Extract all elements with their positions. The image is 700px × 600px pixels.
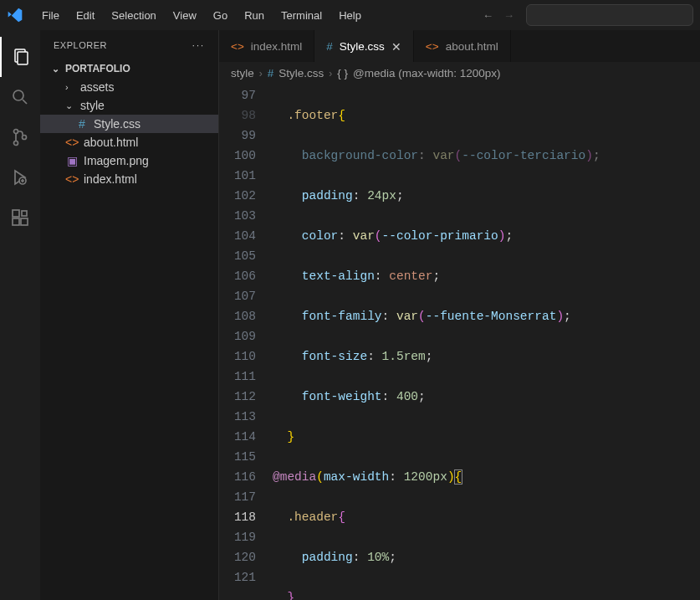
code-content[interactable]: .footer{ background-color: var(--color-t… [273,85,700,600]
svg-rect-1 [18,52,28,64]
svg-rect-11 [22,211,27,216]
file-about-html[interactable]: <> about.html [40,133,218,151]
menu-go[interactable]: Go [207,6,234,25]
file-index-html[interactable]: <> index.html [40,170,218,188]
activity-bar [0,30,40,600]
menu-run[interactable]: Run [238,6,271,25]
html-file-icon: <> [426,40,439,53]
menu-view[interactable]: View [166,6,203,25]
menu-file[interactable]: File [35,6,66,25]
titlebar: File Edit Selection View Go Run Terminal… [0,0,700,30]
line-gutter: 9798991001011021031041051061071081091101… [219,85,273,600]
breadcrumb-file[interactable]: Style.css [278,67,324,79]
chevron-right-icon: › [259,68,263,79]
command-center-search[interactable] [526,4,693,26]
source-control-icon[interactable] [0,117,40,157]
svg-rect-8 [13,210,19,217]
css-file-icon: # [75,117,89,131]
breadcrumbs[interactable]: style › # Style.css › { } @media (max-wi… [219,62,700,85]
extensions-icon[interactable] [0,197,40,238]
code-editor[interactable]: 9798991001011021031041051061071081091101… [219,85,700,600]
css-file-icon: # [326,40,333,53]
tab-about-html[interactable]: <> about.html [414,30,511,62]
chevron-down-icon: ⌄ [52,64,62,74]
html-file-icon: <> [65,136,79,149]
sidebar-more-icon[interactable]: ··· [192,40,205,50]
file-imagem-png[interactable]: ▣ Imagem.png [40,151,218,170]
editor-area: <> index.html # Style.css ✕ <> about.htm… [219,30,700,600]
menu-terminal[interactable]: Terminal [274,6,329,25]
svg-point-6 [23,136,27,140]
menu-selection[interactable]: Selection [105,6,162,25]
image-file-icon: ▣ [65,154,79,167]
chevron-right-icon: › [65,82,75,92]
svg-point-2 [13,90,23,100]
explorer-icon[interactable] [0,37,40,77]
tab-index-html[interactable]: <> index.html [219,30,314,62]
html-file-icon: <> [65,172,79,186]
nav-arrows: ← → [483,9,514,22]
menu-help[interactable]: Help [332,6,368,25]
symbol-braces-icon: { } [337,67,348,79]
vscode-logo-icon [7,7,23,23]
file-style-css[interactable]: # Style.css [40,115,218,133]
folder-assets[interactable]: › assets [40,78,218,96]
svg-point-4 [14,130,18,134]
folder-style[interactable]: ⌄ style [40,96,218,115]
svg-rect-9 [13,218,19,225]
svg-point-5 [14,141,18,146]
project-root[interactable]: ⌄ PORTAFOLIO [40,59,218,78]
close-icon[interactable]: ✕ [391,40,401,54]
svg-line-3 [23,100,27,104]
nav-back-icon[interactable]: ← [483,9,493,22]
sidebar-title: EXPLORER [54,40,107,50]
tab-style-css[interactable]: # Style.css ✕ [314,30,414,62]
svg-rect-10 [21,218,28,225]
editor-tabs: <> index.html # Style.css ✕ <> about.htm… [219,30,700,62]
chevron-right-icon: › [329,68,332,79]
run-debug-icon[interactable] [0,157,40,197]
nav-forward-icon[interactable]: → [503,9,514,22]
html-file-icon: <> [231,40,244,53]
chevron-down-icon: ⌄ [65,100,75,111]
css-file-icon: # [268,67,274,79]
search-icon[interactable] [0,77,40,117]
breadcrumb-symbol[interactable]: @media (max-width: 1200px) [353,67,501,79]
breadcrumb-folder[interactable]: style [231,67,254,79]
explorer-sidebar: EXPLORER ··· ⌄ PORTAFOLIO › assets ⌄ sty… [40,30,219,600]
menu-edit[interactable]: Edit [69,6,101,25]
